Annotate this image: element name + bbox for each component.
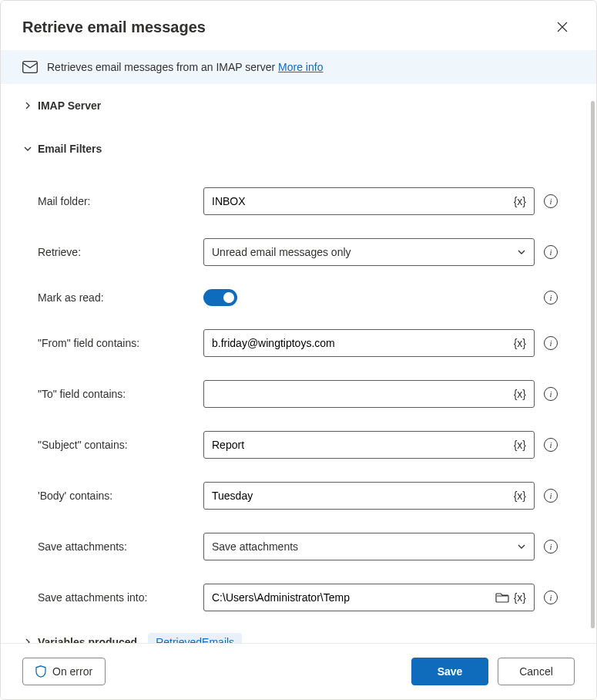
save-attachments-value: Save attachments xyxy=(212,540,517,553)
row-body: 'Body' contains: {x} i xyxy=(1,482,596,510)
chevron-down-icon xyxy=(517,542,526,551)
on-error-label: On error xyxy=(52,665,92,678)
variables-produced-label: Variables produced xyxy=(38,636,137,643)
info-icon[interactable]: i xyxy=(544,438,558,452)
info-icon[interactable]: i xyxy=(544,336,558,350)
section-email-filters[interactable]: Email Filters xyxy=(1,133,596,164)
folder-browse-icon[interactable] xyxy=(495,592,509,603)
label-mark-read: Mark as read: xyxy=(22,291,203,304)
close-icon xyxy=(557,22,568,32)
more-info-link[interactable]: More info xyxy=(278,61,323,73)
section-imap-server[interactable]: IMAP Server xyxy=(1,90,596,121)
mail-icon xyxy=(22,61,38,73)
banner-text: Retrieves email messages from an IMAP se… xyxy=(47,61,323,73)
section-imap-label: IMAP Server xyxy=(38,99,101,112)
label-to: "To" field contains: xyxy=(22,388,203,400)
variable-picker-icon[interactable]: {x} xyxy=(514,490,526,502)
scrollbar-thumb[interactable] xyxy=(591,101,595,628)
row-from: "From" field contains: {x} i xyxy=(1,329,596,357)
shield-icon xyxy=(35,665,46,678)
row-mark-read: Mark as read: i xyxy=(1,289,596,306)
save-label: Save xyxy=(438,665,463,678)
row-variables-produced: Variables produced RetrievedEmails xyxy=(1,611,596,643)
label-from: "From" field contains: xyxy=(22,337,203,349)
row-subject: "Subject" contains: {x} i xyxy=(1,431,596,459)
info-icon[interactable]: i xyxy=(544,387,558,401)
input-to[interactable]: {x} xyxy=(203,380,535,408)
chevron-right-icon xyxy=(22,637,33,643)
label-retrieve: Retrieve: xyxy=(22,246,203,258)
dialog-footer: On error Save Cancel xyxy=(1,643,596,699)
select-save-attachments[interactable]: Save attachments xyxy=(203,533,535,560)
retrieve-value: Unread email messages only xyxy=(212,246,517,258)
section-variables-produced[interactable]: Variables produced xyxy=(22,636,137,643)
variable-picker-icon[interactable]: {x} xyxy=(514,439,526,451)
info-banner: Retrieves email messages from an IMAP se… xyxy=(1,50,596,84)
save-attachments-into-field[interactable] xyxy=(212,584,495,611)
variable-picker-icon[interactable]: {x} xyxy=(514,388,526,400)
mail-folder-field[interactable] xyxy=(212,188,514,214)
label-save-attachments: Save attachments: xyxy=(22,540,203,553)
cancel-button[interactable]: Cancel xyxy=(498,658,575,685)
svg-rect-0 xyxy=(23,62,38,73)
variable-picker-icon[interactable]: {x} xyxy=(514,337,526,349)
label-body: 'Body' contains: xyxy=(22,490,203,502)
input-save-attachments-into[interactable]: {x} xyxy=(203,584,535,611)
subject-field[interactable] xyxy=(212,432,514,458)
chevron-right-icon xyxy=(22,100,33,111)
row-retrieve: Retrieve: Unread email messages only i xyxy=(1,238,596,266)
input-body[interactable]: {x} xyxy=(203,482,535,510)
select-retrieve[interactable]: Unread email messages only xyxy=(203,238,535,266)
from-field[interactable] xyxy=(212,330,514,356)
toggle-mark-read[interactable] xyxy=(203,289,237,306)
row-save-attachments: Save attachments: Save attachments i xyxy=(1,533,596,560)
info-icon[interactable]: i xyxy=(544,291,558,305)
row-mail-folder: Mail folder: {x} i xyxy=(1,187,596,215)
input-from[interactable]: {x} xyxy=(203,329,535,357)
dialog: Retrieve email messages Retrieves email … xyxy=(0,0,597,700)
info-icon[interactable]: i xyxy=(544,489,558,503)
variable-picker-icon[interactable]: {x} xyxy=(514,591,526,604)
dialog-title: Retrieve email messages xyxy=(22,19,206,36)
info-icon[interactable]: i xyxy=(544,194,558,208)
chevron-down-icon xyxy=(22,143,33,154)
section-filters-label: Email Filters xyxy=(38,143,102,155)
input-mail-folder[interactable]: {x} xyxy=(203,187,535,215)
save-button[interactable]: Save xyxy=(411,658,488,685)
info-icon[interactable]: i xyxy=(544,245,558,259)
dialog-body: IMAP Server Email Filters Mail folder: {… xyxy=(1,84,596,643)
input-subject[interactable]: {x} xyxy=(203,431,535,459)
row-to: "To" field contains: {x} i xyxy=(1,380,596,408)
on-error-button[interactable]: On error xyxy=(22,658,106,685)
row-save-attachments-into: Save attachments into: {x} i xyxy=(1,584,596,611)
info-icon[interactable]: i xyxy=(544,591,558,604)
variable-retrieved-emails[interactable]: RetrievedEmails xyxy=(148,633,242,643)
variable-picker-icon[interactable]: {x} xyxy=(514,195,526,207)
to-field[interactable] xyxy=(212,381,514,407)
label-subject: "Subject" contains: xyxy=(22,439,203,451)
info-icon[interactable]: i xyxy=(544,540,558,554)
cancel-label: Cancel xyxy=(519,665,553,678)
label-mail-folder: Mail folder: xyxy=(22,195,203,207)
chevron-down-icon xyxy=(517,247,526,257)
close-button[interactable] xyxy=(550,15,575,39)
label-save-attachments-into: Save attachments into: xyxy=(22,591,203,604)
dialog-header: Retrieve email messages xyxy=(1,1,596,50)
body-field[interactable] xyxy=(212,483,514,509)
